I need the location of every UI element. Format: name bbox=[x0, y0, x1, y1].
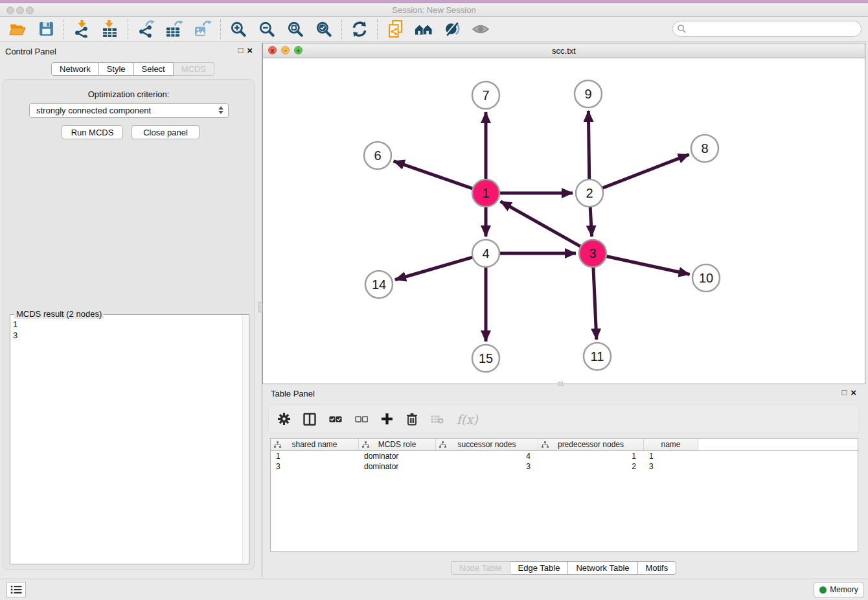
cell-MCDS-role[interactable]: dominator bbox=[359, 461, 436, 472]
close-panel-icon[interactable]: × bbox=[247, 46, 253, 55]
table-header-row: shared nameMCDS rolesuccessor nodesprede… bbox=[271, 439, 858, 451]
add-column-icon[interactable] bbox=[381, 413, 393, 425]
select-all-checkboxes-icon[interactable] bbox=[329, 415, 342, 423]
graph-node-label: 1 bbox=[482, 186, 489, 200]
graph-node-label: 4 bbox=[482, 246, 489, 260]
save-session-icon[interactable] bbox=[37, 20, 55, 38]
eye-icon[interactable] bbox=[472, 20, 490, 38]
open-session-icon[interactable] bbox=[8, 20, 27, 38]
cell-predecessor-nodes[interactable]: 1 bbox=[538, 451, 644, 461]
cell-predecessor-nodes[interactable]: 2 bbox=[538, 461, 644, 472]
search-input[interactable] bbox=[687, 23, 861, 36]
cell-successor-nodes[interactable]: 4 bbox=[436, 451, 538, 461]
graph-edge-2-8[interactable] bbox=[601, 154, 689, 189]
graph-edge-4-14[interactable] bbox=[395, 257, 474, 279]
table-row[interactable]: 1dominator411 bbox=[271, 451, 858, 461]
close-panel-button[interactable]: Close panel bbox=[131, 125, 200, 139]
column-header-filler bbox=[698, 439, 858, 450]
cell-name[interactable]: 3 bbox=[644, 461, 698, 472]
trash-icon[interactable] bbox=[406, 413, 418, 426]
graph-node-label: 7 bbox=[482, 88, 489, 102]
graph-edge-3-10[interactable] bbox=[605, 256, 690, 274]
zoom-out-icon[interactable] bbox=[258, 20, 276, 38]
export-table-icon[interactable] bbox=[165, 20, 183, 38]
tab-edge-table[interactable]: Edge Table bbox=[510, 561, 569, 575]
columns-icon[interactable] bbox=[303, 413, 316, 426]
close-table-panel-icon[interactable]: × bbox=[851, 388, 856, 397]
export-network-icon[interactable] bbox=[137, 20, 155, 38]
optimization-criterion-dropdown[interactable]: strongly connected component bbox=[29, 103, 229, 118]
graph-edge-3-11[interactable] bbox=[593, 266, 597, 340]
memory-status-icon bbox=[819, 586, 827, 594]
table-panel-header: Table Panel □ × bbox=[262, 385, 865, 402]
column-header-predecessor-nodes[interactable]: predecessor nodes bbox=[538, 439, 644, 450]
search-box[interactable] bbox=[672, 21, 862, 37]
zoom-selected-icon[interactable] bbox=[315, 20, 333, 38]
mcds-result-box[interactable]: MCDS result (2 nodes) 1 3 bbox=[10, 314, 249, 564]
table-body: 1dominator4113dominator323 bbox=[271, 451, 858, 472]
tab-motifs[interactable]: Motifs bbox=[638, 561, 677, 575]
tab-select[interactable]: Select bbox=[134, 62, 174, 76]
graph-node-label: 2 bbox=[586, 186, 593, 200]
delete-table-icon bbox=[431, 415, 444, 424]
column-header-successor-nodes[interactable]: successor nodes bbox=[436, 439, 538, 450]
hierarchy-icon bbox=[274, 441, 281, 448]
import-table-icon[interactable] bbox=[101, 20, 119, 38]
graph-node-label: 9 bbox=[584, 87, 591, 101]
clone-network-icon[interactable] bbox=[386, 20, 404, 38]
zoom-fit-icon[interactable] bbox=[286, 20, 304, 38]
graph-edge-2-9[interactable] bbox=[588, 111, 589, 181]
column-header-MCDS-role[interactable]: MCDS role bbox=[359, 439, 436, 450]
graph-node-label: 3 bbox=[589, 246, 596, 260]
mcds-panel: Optimization criterion: strongly connect… bbox=[3, 79, 255, 570]
import-network-icon[interactable] bbox=[73, 20, 91, 38]
dropdown-stepper-icon bbox=[218, 106, 223, 114]
refresh-layout-icon[interactable] bbox=[350, 20, 369, 38]
slashed-circle-icon[interactable] bbox=[443, 20, 461, 38]
search-icon bbox=[677, 24, 687, 34]
export-image-icon[interactable] bbox=[194, 20, 212, 38]
table-tabs: Node TableEdge TableNetwork TableMotifs bbox=[451, 561, 676, 575]
network-graph[interactable]: 1234678910111415 bbox=[263, 58, 865, 384]
task-history-button[interactable] bbox=[6, 582, 26, 597]
tab-network-table[interactable]: Network Table bbox=[568, 561, 637, 575]
memory-button[interactable]: Memory bbox=[814, 582, 864, 597]
cell-shared-name[interactable]: 3 bbox=[271, 461, 359, 472]
cell-shared-name[interactable]: 1 bbox=[271, 451, 359, 461]
clear-checkboxes-icon[interactable] bbox=[355, 415, 368, 423]
cell-name[interactable]: 1 bbox=[644, 451, 698, 461]
gear-icon[interactable] bbox=[278, 413, 290, 425]
node-table: shared nameMCDS rolesuccessor nodesprede… bbox=[270, 438, 858, 552]
session-title: Session: New Session bbox=[0, 5, 868, 15]
table-row[interactable]: 3dominator323 bbox=[271, 461, 858, 472]
function-builder-icon: f(x) bbox=[457, 412, 478, 426]
tab-node-table[interactable]: Node Table bbox=[451, 561, 510, 575]
result-scrollbar[interactable] bbox=[242, 316, 248, 563]
column-header-name[interactable]: name bbox=[644, 439, 698, 450]
graph-edge-1-6[interactable] bbox=[394, 161, 474, 189]
cell-MCDS-role[interactable]: dominator bbox=[359, 451, 436, 461]
float-panel-icon[interactable]: □ bbox=[238, 46, 243, 55]
control-panel: Control Panel □ × NetworkStyleSelectMCDS… bbox=[0, 43, 258, 577]
table-panel-title: Table Panel bbox=[271, 389, 315, 398]
app-titlebar: Session: New Session bbox=[0, 3, 868, 17]
mcds-result-items: 1 3 bbox=[13, 319, 17, 341]
graph-node-label: 11 bbox=[591, 349, 604, 363]
graph-edge-3-1[interactable] bbox=[501, 202, 582, 248]
column-header-shared-name[interactable]: shared name bbox=[271, 439, 359, 450]
mcds-result-legend: MCDS result (2 nodes) bbox=[14, 309, 104, 319]
tab-network[interactable]: Network bbox=[51, 62, 99, 76]
graph-edge-2-3[interactable] bbox=[590, 205, 592, 237]
cell-successor-nodes[interactable]: 3 bbox=[436, 461, 538, 472]
tab-mcds[interactable]: MCDS bbox=[174, 62, 214, 76]
graph-node-label: 8 bbox=[701, 141, 708, 156]
hierarchy-icon bbox=[542, 441, 549, 448]
control-panel-tabs: NetworkStyleSelectMCDS bbox=[51, 62, 214, 76]
network-window-titlebar[interactable]: x − + scc.txt bbox=[263, 43, 865, 58]
float-table-panel-icon[interactable]: □ bbox=[841, 388, 847, 397]
zoom-in-icon[interactable] bbox=[229, 20, 247, 38]
houses-icon[interactable] bbox=[415, 20, 433, 38]
network-title: scc.txt bbox=[263, 46, 865, 56]
run-mcds-button[interactable]: Run MCDS bbox=[62, 125, 123, 139]
tab-style[interactable]: Style bbox=[99, 62, 134, 76]
